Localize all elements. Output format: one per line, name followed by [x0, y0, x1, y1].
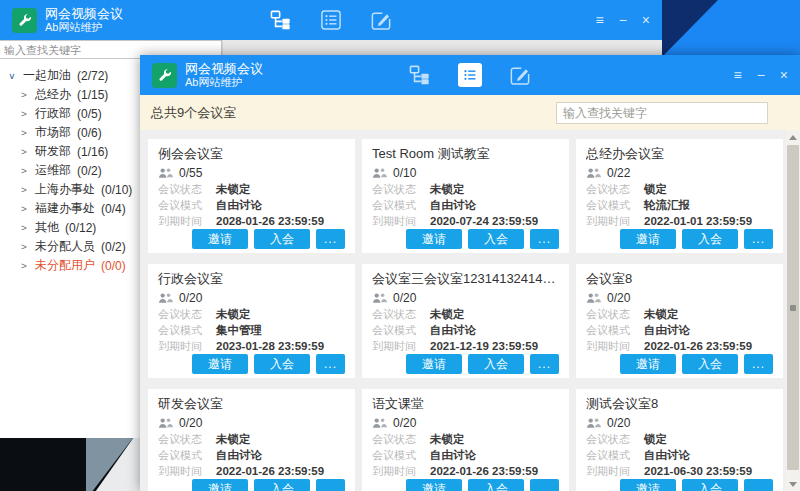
app-badge — [12, 8, 37, 33]
tree-item-label: 运维部 — [35, 162, 71, 179]
people-icon — [158, 167, 173, 179]
more-button[interactable]: ... — [744, 229, 773, 249]
room-name: 行政会议室 — [158, 269, 345, 289]
status-value: 未锁定 — [430, 432, 465, 447]
invite-button[interactable]: 邀请 — [620, 479, 676, 491]
compose-icon[interactable] — [369, 8, 393, 32]
minimize-icon[interactable]: − — [757, 68, 765, 82]
app-subtitle: Ab网站维护 — [185, 76, 263, 89]
menu-icon[interactable]: ≡ — [595, 13, 603, 27]
scroll-down-arrow-icon[interactable] — [786, 477, 800, 491]
room-actions: 邀请 入会 ... — [586, 479, 773, 491]
join-button[interactable]: 入会 — [682, 354, 738, 374]
room-name: 总经办会议室 — [586, 144, 773, 164]
more-button[interactable]: ... — [744, 354, 773, 374]
menu-icon[interactable]: ≡ — [733, 68, 741, 82]
mode-value: 自由讨论 — [216, 198, 262, 213]
back-window-controls: ≡ − × — [595, 13, 650, 27]
room-name: Test Room 测试教室 — [372, 144, 559, 164]
people-icon — [586, 417, 601, 429]
people-icon — [372, 167, 387, 179]
join-button[interactable]: 入会 — [254, 354, 310, 374]
invite-button[interactable]: 邀请 — [192, 479, 248, 491]
caret-icon: > — [19, 261, 29, 271]
room-capacity-row: 0/10 — [372, 164, 559, 181]
status-value: 未锁定 — [216, 307, 251, 322]
org-tree-icon[interactable] — [408, 63, 432, 87]
front-titlebar: 网会视频会议 Ab网站维护 ≡ − × — [140, 55, 800, 95]
expire-value: 2021-06-30 23:59:59 — [644, 465, 752, 477]
room-status-row: 会议状态 锁定 — [586, 181, 773, 197]
tree-item-label: 行政部 — [35, 105, 71, 122]
room-count-bar: 总共9个会议室 — [140, 95, 800, 130]
room-capacity-row: 0/20 — [372, 289, 559, 306]
mode-value: 轮流汇报 — [644, 198, 690, 213]
status-label: 会议状态 — [586, 182, 644, 197]
room-list-icon[interactable] — [458, 63, 482, 87]
mode-value: 集中管理 — [216, 323, 262, 338]
expire-value: 2028-01-26 23:59:59 — [216, 215, 324, 227]
more-button[interactable]: ... — [316, 479, 345, 491]
status-value: 未锁定 — [216, 182, 251, 197]
wrench-icon — [157, 68, 172, 83]
join-button[interactable]: 入会 — [254, 479, 310, 491]
invite-button[interactable]: 邀请 — [192, 354, 248, 374]
invite-button[interactable]: 邀请 — [406, 479, 462, 491]
more-button[interactable]: ... — [316, 354, 345, 374]
tree-item-count: (0/2) — [101, 240, 126, 254]
scrollbar-thumb[interactable] — [787, 145, 799, 470]
room-name: 语文课堂 — [372, 394, 559, 414]
expire-value: 2020-07-24 23:59:59 — [430, 215, 538, 227]
more-button[interactable]: ... — [744, 479, 773, 491]
room-count-text: 总共9个会议室 — [151, 104, 236, 122]
more-button[interactable]: ... — [316, 229, 345, 249]
room-status-row: 会议状态 未锁定 — [372, 181, 559, 197]
app-titles: 网会视频会议 Ab网站维护 — [45, 6, 123, 35]
mode-label: 会议模式 — [372, 198, 430, 213]
mode-label: 会议模式 — [372, 323, 430, 338]
tree-item-count: (0/6) — [77, 126, 102, 140]
caret-icon: > — [19, 166, 29, 176]
join-button[interactable]: 入会 — [468, 229, 524, 249]
room-capacity-row: 0/22 — [586, 164, 773, 181]
org-tree-icon[interactable] — [269, 8, 293, 32]
more-button[interactable]: ... — [530, 229, 559, 249]
mode-value: 自由讨论 — [430, 323, 476, 338]
invite-button[interactable]: 邀请 — [406, 229, 462, 249]
wallpaper-navy-triangle — [662, 0, 718, 57]
caret-icon: ∨ — [7, 71, 17, 81]
invite-button[interactable]: 邀请 — [192, 229, 248, 249]
room-capacity: 0/20 — [179, 291, 202, 305]
join-button[interactable]: 入会 — [682, 229, 738, 249]
scroll-up-arrow-icon[interactable] — [786, 130, 800, 144]
room-search-input[interactable] — [556, 102, 768, 124]
tree-item-label: 研发部 — [35, 143, 71, 160]
close-icon[interactable]: × — [780, 68, 788, 82]
more-button[interactable]: ... — [530, 479, 559, 491]
mode-label: 会议模式 — [158, 323, 216, 338]
room-list-icon[interactable] — [319, 8, 343, 32]
close-icon[interactable]: × — [642, 13, 650, 27]
vertical-scrollbar[interactable] — [786, 130, 800, 491]
invite-button[interactable]: 邀请 — [406, 354, 462, 374]
invite-button[interactable]: 邀请 — [620, 354, 676, 374]
join-button[interactable]: 入会 — [468, 354, 524, 374]
join-button[interactable]: 入会 — [254, 229, 310, 249]
mode-label: 会议模式 — [586, 448, 644, 463]
status-label: 会议状态 — [586, 307, 644, 322]
minimize-icon[interactable]: − — [619, 13, 627, 27]
people-icon — [586, 167, 601, 179]
room-card: 总经办会议室 0/22 会议状态 锁定 会议模式 轮流汇报 到期时间 2022-… — [576, 139, 783, 253]
tree-item-label: 未分配用户 — [35, 257, 95, 274]
join-button[interactable]: 入会 — [682, 479, 738, 491]
room-card: 会议室8 0/20 会议状态 未锁定 会议模式 自由讨论 到期时间 2022-0… — [576, 264, 783, 378]
status-label: 会议状态 — [586, 432, 644, 447]
invite-button[interactable]: 邀请 — [620, 229, 676, 249]
join-button[interactable]: 入会 — [468, 479, 524, 491]
front-window: 网会视频会议 Ab网站维护 ≡ − × 总共9个会议室 — [140, 55, 800, 491]
more-button[interactable]: ... — [530, 354, 559, 374]
room-capacity-row: 0/20 — [586, 289, 773, 306]
compose-icon[interactable] — [508, 63, 532, 87]
mode-label: 会议模式 — [586, 323, 644, 338]
expire-label: 到期时间 — [586, 464, 644, 479]
